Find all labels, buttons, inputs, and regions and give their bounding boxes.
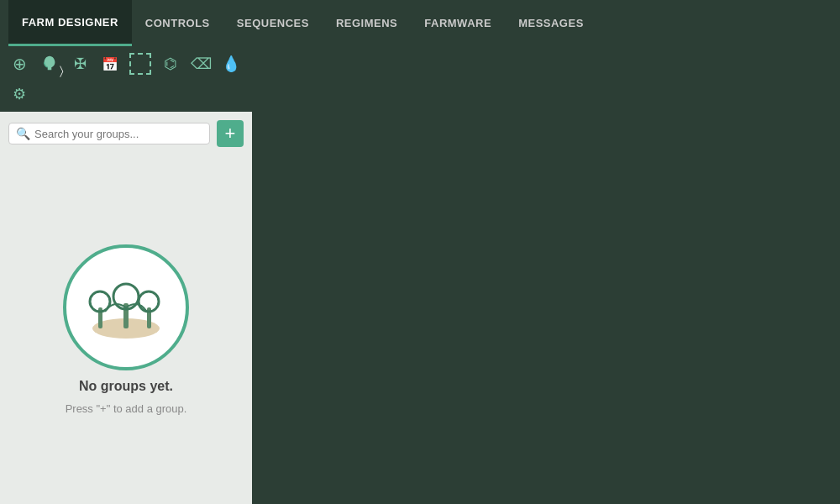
search-input[interactable] bbox=[34, 128, 202, 140]
grid-icon[interactable]: ✠ bbox=[69, 53, 91, 75]
add-group-button[interactable]: + bbox=[217, 120, 244, 147]
top-nav: FARM DESIGNER CONTROLS SEQUENCES REGIMEN… bbox=[0, 0, 840, 46]
no-groups-hint: Press "+" to add a group. bbox=[66, 402, 187, 415]
empty-state: No groups yet. Press "+" to add a group. bbox=[0, 155, 252, 504]
group-icon-circle bbox=[63, 244, 189, 370]
water-icon[interactable]: 💧 bbox=[220, 53, 242, 75]
pin-icon[interactable]: ⌬ bbox=[160, 53, 181, 75]
tool2-icon[interactable]: ⌫ bbox=[190, 53, 212, 75]
calendar-icon[interactable]: 📅 bbox=[99, 53, 121, 75]
nav-regimens[interactable]: REGIMENS bbox=[323, 0, 411, 46]
search-bar: 🔍 + bbox=[0, 112, 252, 155]
select-icon[interactable] bbox=[129, 53, 151, 75]
search-icon: 🔍 bbox=[16, 127, 30, 140]
nav-farmware[interactable]: FARMWARE bbox=[411, 0, 505, 46]
nav-sequences[interactable]: SEQUENCES bbox=[223, 0, 323, 46]
move-icon[interactable]: ⊕ bbox=[8, 53, 30, 75]
plant-icon[interactable]: 〉 bbox=[39, 53, 60, 75]
tool-bar: ⊕ 〉 ✠ 📅 ⌬ ⌫ 💧 ⚙ bbox=[0, 46, 252, 112]
no-groups-title: No groups yet. bbox=[79, 379, 173, 394]
settings-icon[interactable]: ⚙ bbox=[8, 83, 30, 105]
sidebar: ⊕ 〉 ✠ 📅 ⌬ ⌫ 💧 ⚙ 🔍 + bbox=[0, 46, 252, 504]
nav-messages[interactable]: MESSAGES bbox=[505, 0, 597, 46]
nav-controls[interactable]: CONTROLS bbox=[132, 0, 223, 46]
search-input-wrap[interactable]: 🔍 bbox=[8, 123, 210, 144]
nav-farm-designer[interactable]: FARM DESIGNER bbox=[8, 0, 132, 46]
